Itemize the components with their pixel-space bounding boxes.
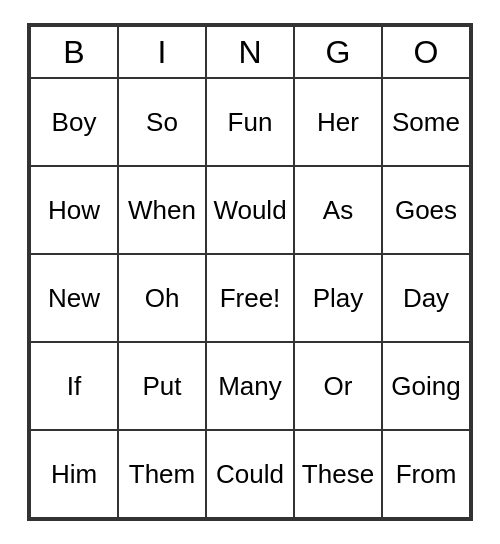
bingo-card: B I N G O BoySoFunHerSomeHowWhenWouldAsG… [27,23,473,521]
cell-3-4: Going [382,342,470,430]
cell-3-0: If [30,342,118,430]
bingo-table: B I N G O BoySoFunHerSomeHowWhenWouldAsG… [29,25,471,519]
cell-0-4: Some [382,78,470,166]
cell-4-3: These [294,430,382,518]
cell-2-1: Oh [118,254,206,342]
cell-3-3: Or [294,342,382,430]
cell-3-1: Put [118,342,206,430]
cell-4-0: Him [30,430,118,518]
header-i: I [118,26,206,78]
table-row: HowWhenWouldAsGoes [30,166,470,254]
table-row: BoySoFunHerSome [30,78,470,166]
cell-1-0: How [30,166,118,254]
cell-0-1: So [118,78,206,166]
cell-4-1: Them [118,430,206,518]
cell-2-4: Day [382,254,470,342]
cell-4-4: From [382,430,470,518]
table-row: IfPutManyOrGoing [30,342,470,430]
table-row: HimThemCouldTheseFrom [30,430,470,518]
cell-3-2: Many [206,342,294,430]
header-g: G [294,26,382,78]
cell-1-2: Would [206,166,294,254]
cell-2-2: Free! [206,254,294,342]
cell-1-1: When [118,166,206,254]
cell-1-4: Goes [382,166,470,254]
cell-0-2: Fun [206,78,294,166]
header-b: B [30,26,118,78]
header-row: B I N G O [30,26,470,78]
header-n: N [206,26,294,78]
cell-2-0: New [30,254,118,342]
cell-0-0: Boy [30,78,118,166]
cell-2-3: Play [294,254,382,342]
cell-0-3: Her [294,78,382,166]
table-row: NewOhFree!PlayDay [30,254,470,342]
bingo-body: BoySoFunHerSomeHowWhenWouldAsGoesNewOhFr… [30,78,470,518]
header-o: O [382,26,470,78]
cell-1-3: As [294,166,382,254]
cell-4-2: Could [206,430,294,518]
